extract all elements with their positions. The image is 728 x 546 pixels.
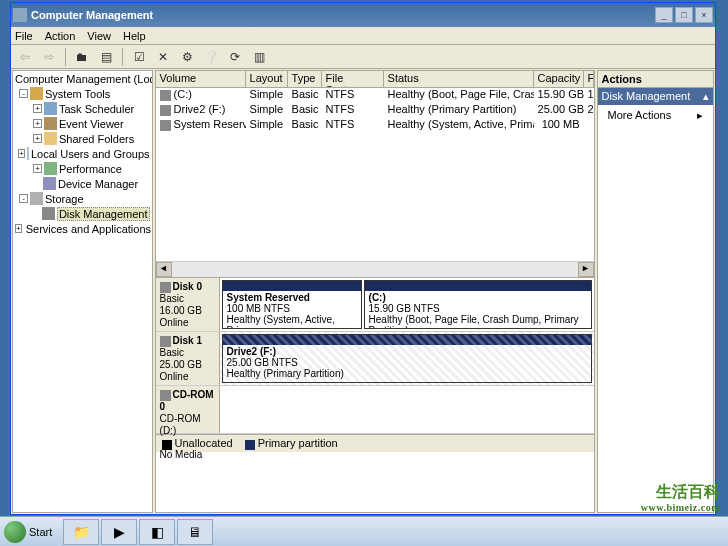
partition-drive2[interactable]: Drive2 (F:)25.00 GB NTFSHealthy (Primary… (222, 334, 592, 383)
app-icon (13, 8, 27, 22)
window-title: Computer Management (31, 9, 655, 21)
delete-button[interactable]: ✕ (153, 47, 173, 67)
menu-action[interactable]: Action (45, 30, 76, 42)
properties-button[interactable]: ▤ (96, 47, 116, 67)
tools-icon (30, 87, 43, 100)
actions-pane: Actions Disk Management▴ More Actions▸ (597, 70, 714, 513)
disk-row[interactable]: CD-ROM 0 CD-ROM (D:)No Media (156, 386, 594, 434)
cdrom-icon (160, 390, 171, 401)
back-button[interactable]: ⇦ (15, 47, 35, 67)
actions-header: Actions (598, 71, 713, 88)
col-capacity[interactable]: Capacity (534, 71, 584, 87)
help-button[interactable]: ❔ (201, 47, 221, 67)
folder-icon (44, 132, 57, 145)
menu-view[interactable]: View (87, 30, 111, 42)
col-filesystem[interactable]: File System (322, 71, 384, 87)
tree-root[interactable]: Computer Management (Local) (13, 71, 152, 86)
partition-system-reserved[interactable]: System Reserved100 MB NTFSHealthy (Syste… (222, 280, 362, 329)
disk-label[interactable]: Disk 1 Basic25.00 GBOnline (156, 332, 220, 385)
volume-row[interactable]: Drive2 (F:) SimpleBasic NTFSHealthy (Pri… (156, 103, 594, 118)
computer-management-window: Computer Management _ □ × File Action Vi… (10, 2, 716, 515)
volume-row[interactable]: System Reserved SimpleBasic NTFSHealthy … (156, 118, 594, 133)
menu-file[interactable]: File (15, 30, 33, 42)
legend: Unallocated Primary partition (156, 434, 594, 452)
tree-storage[interactable]: -Storage (13, 191, 152, 206)
disk-label[interactable]: Disk 0 Basic16.00 GBOnline (156, 278, 220, 331)
taskbar-app1[interactable]: ◧ (139, 519, 175, 545)
volume-icon (160, 105, 171, 116)
col-layout[interactable]: Layout (246, 71, 288, 87)
chevron-right-icon: ▸ (697, 109, 703, 122)
taskbar-explorer[interactable]: 📁 (63, 519, 99, 545)
tree-performance[interactable]: +Performance (13, 161, 152, 176)
list-button[interactable]: ▥ (249, 47, 269, 67)
volume-header: Volume Layout Type File System Status Ca… (156, 71, 594, 88)
menubar: File Action View Help (11, 27, 715, 45)
disk-graphical-view[interactable]: Disk 0 Basic16.00 GBOnline System Reserv… (155, 278, 595, 513)
performance-icon (44, 162, 57, 175)
tree-disk-management[interactable]: Disk Management (13, 206, 152, 221)
tree-device-manager[interactable]: Device Manager (13, 176, 152, 191)
event-icon (44, 117, 57, 130)
up-button[interactable]: 🖿 (72, 47, 92, 67)
close-button[interactable]: × (695, 7, 713, 23)
tree-event-viewer[interactable]: +Event Viewer (13, 116, 152, 131)
disk-label[interactable]: CD-ROM 0 CD-ROM (D:)No Media (156, 386, 220, 433)
legend-primary-icon (245, 440, 255, 450)
users-icon (27, 147, 29, 160)
taskbar-media[interactable]: ▶ (101, 519, 137, 545)
col-volume[interactable]: Volume (156, 71, 246, 87)
maximize-button[interactable]: □ (675, 7, 693, 23)
show-hide-button[interactable]: ☑ (129, 47, 149, 67)
tree-shared-folders[interactable]: +Shared Folders (13, 131, 152, 146)
refresh-button[interactable]: ⟳ (225, 47, 245, 67)
legend-unallocated-icon (162, 440, 172, 450)
toolbar: ⇦ ⇨ 🖿 ▤ ☑ ✕ ⚙ ❔ ⟳ ▥ (11, 45, 715, 69)
navigation-tree[interactable]: Computer Management (Local) -System Tool… (12, 70, 153, 513)
actions-context[interactable]: Disk Management▴ (598, 88, 713, 105)
taskbar[interactable]: Start 📁 ▶ ◧ 🖥 (0, 516, 728, 546)
partition-c[interactable]: (C:)15.90 GB NTFSHealthy (Boot, Page Fil… (364, 280, 592, 329)
menu-help[interactable]: Help (123, 30, 146, 42)
tree-local-users[interactable]: +Local Users and Groups (13, 146, 152, 161)
scheduler-icon (44, 102, 57, 115)
tree-services[interactable]: +Services and Applications (13, 221, 152, 236)
col-type[interactable]: Type (288, 71, 322, 87)
start-button[interactable]: Start (0, 517, 62, 547)
watermark: 生活百科 www.bimeiz.com (641, 484, 720, 516)
settings-button[interactable]: ⚙ (177, 47, 197, 67)
disk-icon (160, 336, 171, 347)
start-orb-icon (4, 521, 26, 543)
disk-icon (42, 207, 55, 220)
more-actions[interactable]: More Actions▸ (598, 105, 713, 126)
col-free[interactable]: F (584, 71, 594, 87)
disk-row[interactable]: Disk 1 Basic25.00 GBOnline Drive2 (F:)25… (156, 332, 594, 386)
volume-list[interactable]: Volume Layout Type File System Status Ca… (155, 70, 595, 278)
tree-system-tools[interactable]: -System Tools (13, 86, 152, 101)
volume-icon (160, 90, 171, 101)
device-icon (43, 177, 56, 190)
tree-task-scheduler[interactable]: +Task Scheduler (13, 101, 152, 116)
taskbar-compmgmt[interactable]: 🖥 (177, 519, 213, 545)
volume-row[interactable]: (C:) SimpleBasic NTFSHealthy (Boot, Page… (156, 88, 594, 103)
disk-icon (160, 282, 171, 293)
titlebar[interactable]: Computer Management _ □ × (11, 3, 715, 27)
forward-button[interactable]: ⇨ (39, 47, 59, 67)
collapse-icon: ▴ (703, 90, 709, 103)
volume-icon (160, 120, 171, 131)
horizontal-scrollbar[interactable]: ◄► (156, 261, 594, 277)
col-status[interactable]: Status (384, 71, 534, 87)
disk-row[interactable]: Disk 0 Basic16.00 GBOnline System Reserv… (156, 278, 594, 332)
storage-icon (30, 192, 43, 205)
minimize-button[interactable]: _ (655, 7, 673, 23)
